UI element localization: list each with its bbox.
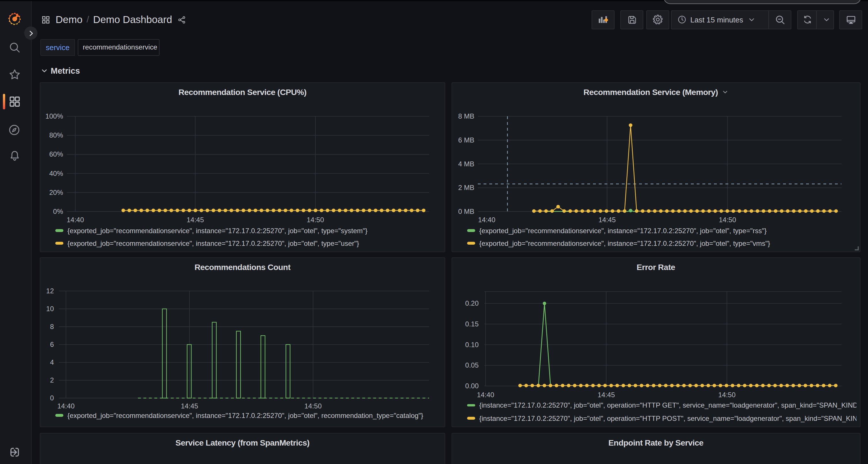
svg-text:40%: 40% bbox=[49, 170, 63, 177]
svg-text:6: 6 bbox=[50, 340, 54, 348]
svg-text:0.05: 0.05 bbox=[465, 361, 478, 369]
svg-text:14:40: 14:40 bbox=[478, 216, 495, 224]
svg-text:14:50: 14:50 bbox=[304, 402, 322, 410]
svg-text:80%: 80% bbox=[49, 131, 63, 139]
svg-text:14:40: 14:40 bbox=[57, 402, 74, 410]
svg-text:0.00: 0.00 bbox=[465, 382, 478, 390]
svg-text:0.20: 0.20 bbox=[465, 299, 478, 307]
svg-text:8 MB: 8 MB bbox=[458, 112, 474, 120]
svg-text:0 MB: 0 MB bbox=[458, 207, 474, 215]
svg-text:100%: 100% bbox=[45, 112, 63, 120]
svg-text:2 MB: 2 MB bbox=[458, 184, 474, 191]
svg-text:14:50: 14:50 bbox=[307, 216, 324, 224]
svg-text:10: 10 bbox=[46, 305, 54, 312]
svg-text:14:45: 14:45 bbox=[597, 391, 615, 399]
svg-text:14:40: 14:40 bbox=[66, 216, 84, 224]
svg-text:12: 12 bbox=[46, 287, 54, 295]
svg-text:14:45: 14:45 bbox=[187, 216, 204, 224]
svg-text:0: 0 bbox=[50, 394, 54, 402]
svg-text:14:50: 14:50 bbox=[719, 216, 736, 224]
svg-text:20%: 20% bbox=[49, 189, 63, 196]
svg-text:60%: 60% bbox=[49, 150, 63, 158]
svg-text:4: 4 bbox=[50, 358, 54, 366]
svg-text:14:45: 14:45 bbox=[181, 402, 198, 410]
svg-text:8: 8 bbox=[50, 323, 54, 330]
svg-text:0%: 0% bbox=[53, 207, 63, 215]
svg-text:14:40: 14:40 bbox=[477, 391, 494, 399]
svg-text:0.15: 0.15 bbox=[465, 320, 478, 328]
svg-text:6 MB: 6 MB bbox=[458, 136, 474, 144]
svg-text:0.10: 0.10 bbox=[465, 341, 478, 349]
svg-text:4 MB: 4 MB bbox=[458, 160, 474, 168]
svg-text:14:45: 14:45 bbox=[598, 216, 616, 224]
svg-text:14:50: 14:50 bbox=[718, 391, 736, 399]
svg-text:2: 2 bbox=[50, 376, 54, 384]
